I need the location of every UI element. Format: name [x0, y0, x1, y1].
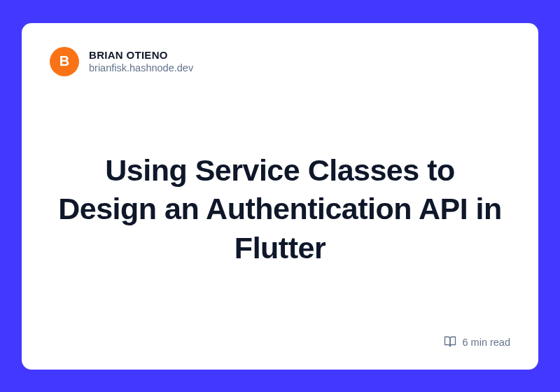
author-text: BRIAN OTIENO brianfisk.hashnode.dev [89, 49, 193, 74]
author-domain: brianfisk.hashnode.dev [89, 62, 193, 74]
title-wrap: Using Service Classes to Design an Authe… [50, 83, 510, 336]
read-time-label: 6 min read [462, 337, 510, 348]
avatar-initial: B [59, 53, 69, 69]
author-row: B BRIAN OTIENO brianfisk.hashnode.dev [50, 47, 510, 76]
read-time: 6 min read [444, 335, 510, 350]
book-icon [444, 335, 456, 350]
author-name: BRIAN OTIENO [89, 49, 193, 61]
article-title: Using Service Classes to Design an Authe… [57, 151, 503, 267]
article-card: B BRIAN OTIENO brianfisk.hashnode.dev Us… [22, 23, 538, 370]
avatar: B [50, 47, 79, 76]
